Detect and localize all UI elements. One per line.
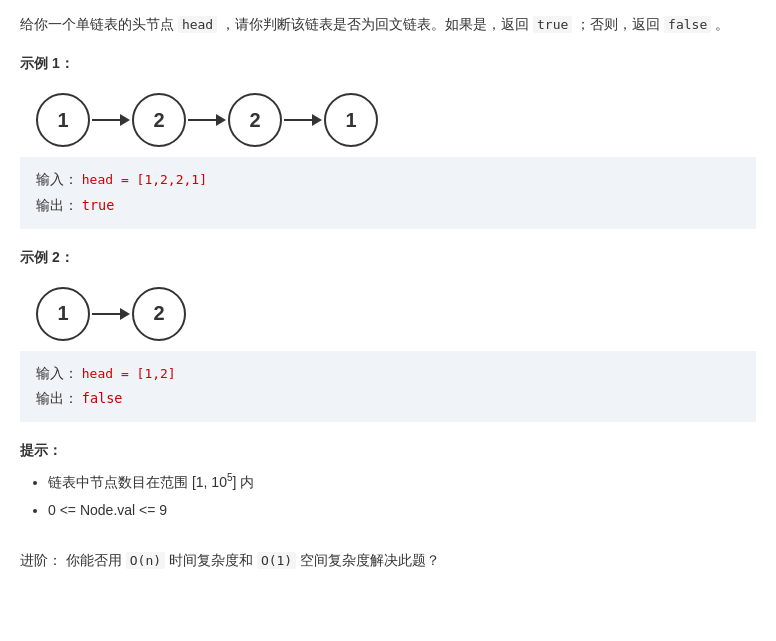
example1-input-label: 输入： [36,172,78,187]
node-1-3: 2 [228,93,282,147]
arrow-4 [92,308,130,320]
example2-title: 示例 2： [20,249,756,267]
desc-false-code: false [664,16,711,33]
desc-head-code: head [178,16,217,33]
example2-input-value: head = [1,2] [82,366,176,381]
advanced-text2: 时间复杂度和 [169,552,253,568]
problem-description: 给你一个单链表的头节点 head ，请你判断该链表是否为回文链表。如果是，返回 … [20,12,756,37]
node-1-2: 2 [132,93,186,147]
example1-diagram: 1 2 2 1 [20,83,756,157]
hint-item-2: 0 <= Node.val <= 9 [48,496,756,524]
hints-title: 提示： [20,442,756,460]
example2-section: 示例 2： 1 2 输入： head = [1,2] 输出： false [20,249,756,422]
desc-semicolon: ；否则，返回 [576,16,660,32]
advanced-o1-code: O(1) [257,552,296,569]
hints-list: 链表中节点数目在范围 [1, 105] 内 0 <= Node.val <= 9 [20,468,756,524]
hint-item-1: 链表中节点数目在范围 [1, 105] 内 [48,468,756,496]
arrow-2 [188,114,226,126]
desc-period: 。 [715,16,729,32]
hints-section: 提示： 链表中节点数目在范围 [1, 105] 内 0 <= Node.val … [20,442,756,524]
example2-input-label: 输入： [36,366,78,381]
desc-middle: ，请你判断该链表是否为回文链表。如果是，返回 [221,16,529,32]
example1-input-line: 输入： head = [1,2,2,1] [36,167,740,193]
desc-true-code: true [533,16,572,33]
arrow-1 [92,114,130,126]
advanced-prefix: 进阶： [20,552,62,568]
node-2-2: 2 [132,287,186,341]
example1-input-value: head = [1,2,2,1] [82,172,207,187]
node-2-1: 1 [36,287,90,341]
advanced-text1: 你能否用 [66,552,122,568]
example1-output-line: 输出： true [36,193,740,219]
arrow-3 [284,114,322,126]
example2-info: 输入： head = [1,2] 输出： false [20,351,756,422]
example1-title: 示例 1： [20,55,756,73]
desc-prefix: 给你一个单链表的头节点 [20,16,174,32]
example2-output-line: 输出： false [36,386,740,412]
example2-input-line: 输入： head = [1,2] [36,361,740,387]
advanced-text3: 空间复杂度解决此题？ [300,552,440,568]
example2-output-value: false [82,390,123,406]
example1-info: 输入： head = [1,2,2,1] 输出： true [20,157,756,228]
example1-output-value: true [82,197,115,213]
example1-section: 示例 1： 1 2 2 1 输入： head = [1,2,2,1] 输出： t… [20,55,756,228]
node-1-4: 1 [324,93,378,147]
advanced-section: 进阶： 你能否用 O(n) 时间复杂度和 O(1) 空间复杂度解决此题？ [20,548,756,573]
example2-diagram: 1 2 [20,277,756,351]
advanced-on-code: O(n) [126,552,165,569]
example2-output-label: 输出： [36,391,78,406]
example1-output-label: 输出： [36,198,78,213]
node-1-1: 1 [36,93,90,147]
